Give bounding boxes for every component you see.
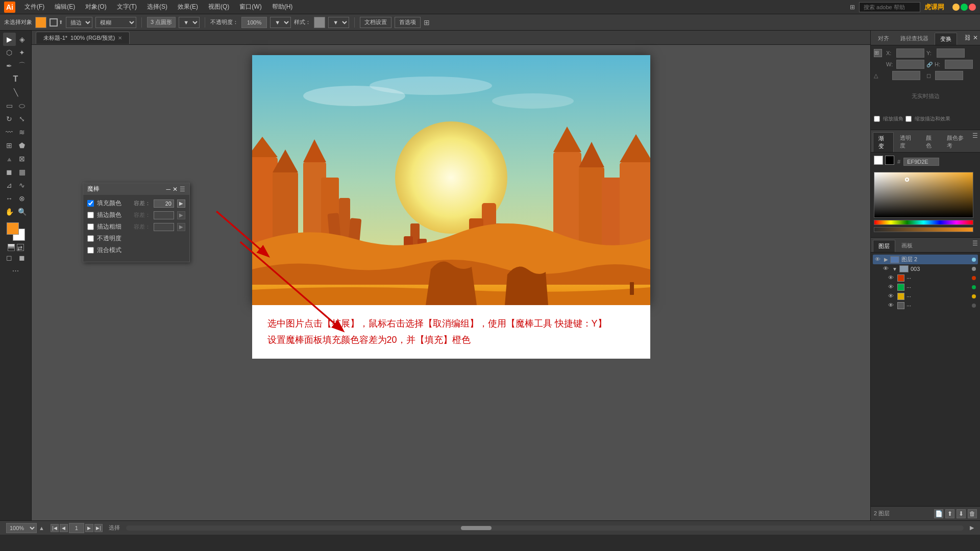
default-colors-icon[interactable] — [8, 244, 15, 251]
layer-2-expand[interactable]: ▶ — [884, 257, 888, 262]
menu-object[interactable]: 对象(O) — [81, 2, 110, 12]
magic-panel-title-bar[interactable]: 魔棒 ─ ✕ ☰ — [83, 183, 189, 195]
sw-expand-btn[interactable]: ▶ — [177, 223, 185, 231]
maximize-button[interactable] — [961, 4, 968, 11]
tab-transform[interactable]: 变换 — [935, 33, 957, 45]
menu-text[interactable]: 文字(T) — [113, 2, 141, 12]
menu-help[interactable]: 帮助(H) — [268, 2, 297, 12]
layer-2-item[interactable]: 👁 ▶ 图层 2 — [873, 255, 978, 264]
page-input[interactable] — [69, 523, 84, 533]
hue-slider[interactable] — [874, 220, 973, 225]
brush-type-select[interactable]: 描边 — [66, 17, 92, 28]
style-select[interactable]: ▼ — [328, 17, 349, 28]
layer-yellow-item[interactable]: 👁 ··· — [873, 292, 978, 301]
free-transform-tool[interactable]: ⊞ — [3, 139, 16, 152]
stroke-width-checkbox[interactable] — [87, 223, 94, 230]
minimize-button[interactable] — [952, 4, 960, 11]
tolerance-input[interactable] — [154, 199, 174, 208]
rectangle-tool[interactable]: ▭ — [3, 99, 16, 112]
layer-003-item[interactable]: 👁 ▼ 003 — [873, 264, 978, 273]
zoom-select[interactable]: 100% — [6, 523, 37, 533]
hand-tool[interactable]: ✋ — [3, 205, 16, 218]
tab-artboards[interactable]: 画板 — [896, 240, 918, 252]
normal-mode[interactable]: ◻ — [3, 251, 16, 264]
layer-red-item[interactable]: 👁 ··· — [873, 273, 978, 283]
search-input[interactable] — [859, 2, 920, 12]
link-icon[interactable]: 🔗 — [926, 62, 933, 67]
fill-color-swatch[interactable] — [35, 17, 46, 28]
gradient-tool[interactable]: ◼ — [3, 165, 16, 179]
tab-color2[interactable]: 颜色 — [921, 132, 941, 152]
selection-tool[interactable]: ▶ — [3, 33, 16, 46]
scrollbar-thumb[interactable] — [461, 526, 492, 530]
tolerance-expand-btn[interactable]: ▶ — [177, 199, 185, 208]
doc-settings-button[interactable]: 文档设置 — [360, 17, 391, 28]
menu-select[interactable]: 选择(S) — [143, 2, 172, 12]
tab-align[interactable]: 对齐 — [873, 33, 894, 45]
canvas-viewport[interactable]: 选中图片点击【扩展】，鼠标右击选择【取消编组】，使用【魔棒工具 快捷键：Y】 设… — [32, 45, 870, 520]
blend-mode-checkbox[interactable] — [87, 247, 94, 254]
hex-input[interactable] — [903, 158, 939, 166]
layers-menu-icon[interactable]: ☰ — [972, 240, 978, 247]
black-swatch[interactable] — [885, 156, 894, 165]
w-input[interactable] — [896, 60, 924, 69]
new-layer-btn[interactable]: 📄 — [934, 509, 943, 518]
x-input[interactable] — [896, 48, 924, 58]
stroke-swatch[interactable] — [50, 18, 58, 27]
horizontal-scrollbar[interactable] — [126, 525, 964, 531]
chart-tool[interactable]: ▦ — [16, 165, 29, 179]
tab-color[interactable]: 渐变 — [873, 132, 894, 152]
close-button[interactable] — [969, 4, 976, 11]
preferences-button[interactable]: 首选项 — [395, 17, 421, 28]
stroke-color-checkbox[interactable] — [87, 212, 94, 218]
layer-green-item[interactable]: 👁 ··· — [873, 283, 978, 292]
width-tool[interactable]: 〰 — [3, 126, 16, 139]
menu-file[interactable]: 文件(F) — [20, 2, 48, 12]
zoom-tool[interactable]: 🔍 — [16, 205, 29, 218]
sw-tolerance-input[interactable] — [154, 223, 174, 231]
white-swatch[interactable] — [874, 156, 883, 165]
eyedropper-tool[interactable]: ⊿ — [3, 179, 16, 192]
menu-edit[interactable]: 编辑(E) — [51, 2, 79, 12]
document-tab[interactable]: 未标题-1* 100% (RGB/预览) ✕ — [36, 32, 130, 44]
layer-gray-eye[interactable]: 👁 — [888, 302, 895, 309]
measure-tool[interactable]: ∿ — [16, 179, 29, 192]
point-shape-select[interactable]: ▼ — [179, 17, 200, 28]
opacity-select[interactable]: ▼ — [270, 17, 291, 28]
text-tool[interactable]: T — [3, 72, 29, 86]
more-tools[interactable]: ··· — [3, 264, 29, 278]
layer-red-eye[interactable]: 👁 — [888, 274, 895, 282]
tab-color-ref[interactable]: 颜色参考 — [942, 132, 971, 152]
next-page-btn[interactable]: ▶ — [85, 524, 93, 532]
layer-yellow-eye[interactable]: 👁 — [888, 293, 895, 300]
magic-wand-tool[interactable]: ✦ — [16, 46, 29, 59]
tab-pathfinder[interactable]: 路径查找器 — [895, 33, 934, 45]
rotate-tool[interactable]: ↻ — [3, 112, 16, 126]
transform-lock-icon[interactable]: ⛓ — [965, 34, 971, 41]
layer-green-eye[interactable]: 👁 — [888, 284, 895, 291]
line-tool[interactable]: ╲ — [3, 86, 29, 99]
opacity-slider-color[interactable] — [874, 227, 973, 232]
stroke-expand-btn[interactable]: ▶ — [177, 211, 185, 219]
lasso-tool[interactable]: ⬡ — [3, 46, 16, 59]
mesh-tool[interactable]: ⊠ — [16, 152, 29, 165]
y-input[interactable] — [937, 48, 965, 58]
panel-menu-icon[interactable]: ☰ — [180, 186, 185, 193]
swap-colors-icon[interactable]: ⇄ — [17, 244, 24, 251]
first-page-btn[interactable]: |◀ — [51, 524, 59, 532]
color-squares[interactable] — [7, 222, 25, 241]
opacity-checkbox[interactable] — [87, 235, 94, 242]
shear-input[interactable] — [935, 71, 963, 80]
blur-select[interactable]: 模糊 — [95, 17, 136, 28]
scale-strokes-checkbox[interactable] — [874, 116, 880, 122]
transform-options-icon[interactable]: ✕ — [973, 34, 978, 41]
layer-003-eye[interactable]: 👁 — [883, 265, 890, 272]
menu-view[interactable]: 视图(Q) — [204, 2, 233, 12]
tab-close-icon[interactable]: ✕ — [118, 35, 122, 41]
pen-tool[interactable]: ✒ — [3, 59, 16, 72]
foreground-color[interactable] — [7, 222, 19, 235]
style-swatch[interactable] — [314, 17, 325, 28]
transform-anchor[interactable]: ⊞ — [874, 49, 882, 57]
perspective-tool[interactable]: ⟁ — [3, 152, 16, 165]
direct-selection-tool[interactable]: ◈ — [16, 33, 29, 46]
